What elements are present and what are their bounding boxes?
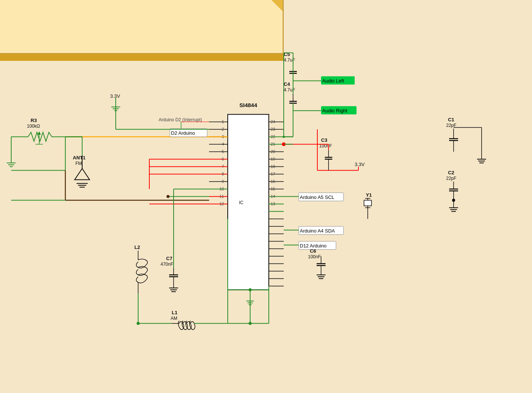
svg-text:22: 22 bbox=[271, 134, 275, 139]
svg-text:SI4844: SI4844 bbox=[239, 102, 257, 108]
svg-text:12: 12 bbox=[220, 202, 224, 206]
svg-text:100kΩ: 100kΩ bbox=[27, 124, 40, 129]
svg-text:5: 5 bbox=[222, 149, 224, 154]
svg-rect-0 bbox=[228, 115, 269, 290]
svg-marker-103 bbox=[75, 169, 90, 180]
svg-text:22pF: 22pF bbox=[446, 176, 456, 181]
svg-text:FM: FM bbox=[75, 161, 82, 166]
svg-text:2: 2 bbox=[222, 127, 224, 131]
svg-rect-146 bbox=[364, 200, 371, 206]
svg-point-190 bbox=[452, 199, 455, 202]
svg-text:Audio Right: Audio Right bbox=[322, 108, 348, 113]
svg-text:3.3V: 3.3V bbox=[355, 162, 365, 167]
svg-text:3.3V: 3.3V bbox=[110, 93, 120, 99]
svg-point-226 bbox=[283, 136, 285, 138]
svg-text:C1: C1 bbox=[448, 117, 454, 122]
svg-text:18: 18 bbox=[271, 164, 275, 169]
svg-text:21: 21 bbox=[271, 142, 275, 146]
svg-text:7: 7 bbox=[222, 164, 224, 169]
svg-text:D2 Arduino: D2 Arduino bbox=[171, 130, 195, 136]
svg-text:19: 19 bbox=[271, 157, 275, 161]
svg-text:D12 Arduino: D12 Arduino bbox=[300, 243, 327, 249]
svg-text:14: 14 bbox=[271, 194, 275, 199]
svg-text:24: 24 bbox=[271, 119, 275, 124]
svg-text:Arduino A5 SCL: Arduino A5 SCL bbox=[300, 194, 335, 200]
svg-text:1: 1 bbox=[222, 119, 224, 124]
svg-text:L2: L2 bbox=[134, 244, 140, 250]
svg-text:ANT1: ANT1 bbox=[73, 155, 85, 160]
svg-text:17: 17 bbox=[271, 172, 275, 176]
svg-text:8: 8 bbox=[222, 172, 224, 176]
svg-text:10: 10 bbox=[220, 187, 224, 191]
svg-text:C4: C4 bbox=[284, 81, 290, 87]
svg-text:C5: C5 bbox=[284, 52, 290, 57]
svg-text:IC: IC bbox=[239, 200, 243, 205]
svg-text:6: 6 bbox=[222, 157, 224, 161]
svg-text:L1: L1 bbox=[172, 310, 177, 315]
svg-text:11: 11 bbox=[220, 194, 224, 199]
svg-text:R3: R3 bbox=[31, 118, 37, 123]
svg-text:470nF: 470nF bbox=[161, 262, 173, 267]
svg-text:16: 16 bbox=[271, 179, 275, 184]
svg-text:20: 20 bbox=[271, 149, 275, 154]
svg-text:Audio Left: Audio Left bbox=[322, 78, 344, 84]
svg-text:Arduino D2 (Interrupt): Arduino D2 (Interrupt) bbox=[159, 117, 202, 122]
svg-text:Y1: Y1 bbox=[366, 192, 372, 198]
svg-text:22pF: 22pF bbox=[446, 123, 456, 128]
svg-point-210 bbox=[137, 322, 140, 325]
svg-text:23: 23 bbox=[271, 127, 275, 131]
schematic-diagram: 1 2 3 4 5 6 7 8 9 10 11 12 24 23 22 21 2… bbox=[0, 0, 532, 393]
svg-text:Arduino A4 SDA: Arduino A4 SDA bbox=[300, 228, 335, 234]
svg-text:C7: C7 bbox=[166, 256, 172, 261]
svg-text:C6: C6 bbox=[310, 248, 316, 254]
svg-text:AM: AM bbox=[171, 316, 177, 321]
svg-point-223 bbox=[249, 322, 252, 325]
svg-text:15: 15 bbox=[271, 187, 275, 191]
svg-text:13: 13 bbox=[271, 202, 275, 206]
svg-text:C3: C3 bbox=[321, 137, 327, 143]
svg-text:C2: C2 bbox=[448, 170, 454, 175]
svg-point-128 bbox=[167, 195, 169, 198]
svg-text:100nF: 100nF bbox=[308, 254, 321, 259]
svg-text:4: 4 bbox=[222, 142, 224, 146]
note-card bbox=[0, 0, 284, 54]
svg-text:9: 9 bbox=[222, 179, 224, 184]
svg-text:4.7uF: 4.7uF bbox=[284, 87, 295, 93]
svg-text:4.7uF: 4.7uF bbox=[284, 57, 295, 63]
